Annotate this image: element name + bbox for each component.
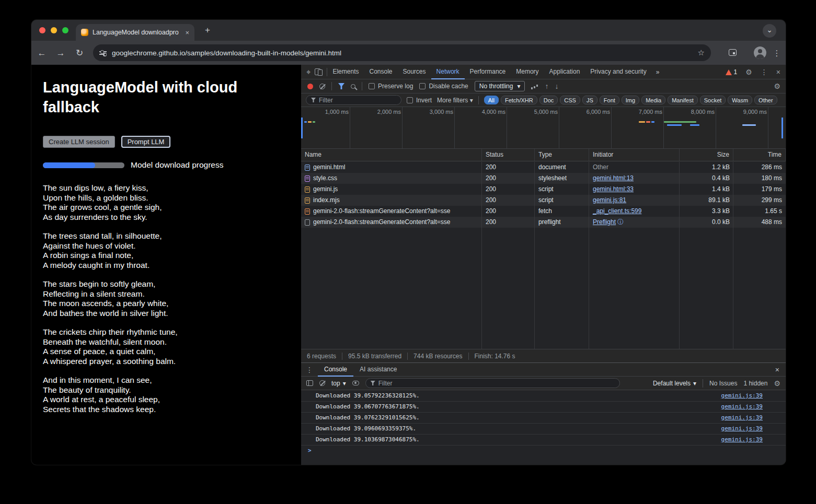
table-row[interactable]: gemini.js 200 script gemini.html:33 1.4 …	[301, 184, 786, 195]
invert-checkbox[interactable]: Invert	[407, 97, 432, 104]
browser-tab[interactable]: LanguageModel downloadpro ×	[76, 24, 194, 41]
device-toolbar-icon[interactable]	[315, 68, 320, 75]
more-tabs-button[interactable]: »	[652, 68, 664, 76]
console-context-select[interactable]: top ▾	[331, 380, 346, 387]
checkbox-icon[interactable]	[419, 83, 426, 89]
inspect-element-icon[interactable]: ⌖	[306, 67, 311, 77]
checkbox-icon[interactable]	[369, 83, 375, 89]
log-levels-select[interactable]: Default levels ▾	[653, 380, 696, 387]
prompt-llm-button[interactable]: Prompt LLM	[121, 136, 171, 148]
browser-menu-icon[interactable]: ⋮	[771, 47, 783, 60]
filter-chip-doc[interactable]: Doc	[539, 96, 558, 104]
live-expression-icon[interactable]	[352, 381, 359, 385]
drawer-menu-icon[interactable]: ⋮	[301, 366, 318, 374]
issues-badge[interactable]: 1	[726, 68, 738, 76]
preserve-log-checkbox[interactable]: Preserve log	[369, 83, 413, 90]
devtools-close-icon[interactable]: ×	[776, 68, 780, 76]
new-tab-button[interactable]: +	[202, 25, 213, 36]
filter-chip-other[interactable]: Other	[754, 96, 777, 104]
filter-icon[interactable]	[338, 83, 344, 89]
initiator-link[interactable]: gemini.js:81	[593, 196, 626, 204]
overview-left-handle[interactable]	[301, 118, 303, 138]
network-overview-timeline[interactable]: 1,000 ms 2,000 ms 3,000 ms 4,000 ms 5,00…	[301, 107, 786, 149]
console-settings-icon[interactable]: ⚙	[774, 379, 780, 388]
forward-button[interactable]: →	[54, 47, 67, 60]
console-source-link[interactable]: gemini.js:39	[721, 413, 763, 423]
table-row[interactable]: gemini-2.0-flash:streamGenerateContent?a…	[301, 206, 786, 217]
site-info-icon[interactable]	[99, 50, 107, 56]
filter-chip-fetch-xhr[interactable]: Fetch/XHR	[501, 96, 537, 104]
drawer-close-icon[interactable]: ×	[775, 366, 779, 374]
tab-elements[interactable]: Elements	[327, 65, 364, 79]
initiator-link[interactable]: Preflight	[593, 218, 616, 226]
network-filter-input[interactable]: Filter	[306, 95, 401, 105]
tab-sources[interactable]: Sources	[398, 65, 431, 79]
filter-chip-all[interactable]: All	[484, 96, 499, 104]
filter-chip-font[interactable]: Font	[600, 96, 619, 104]
tab-close-icon[interactable]: ×	[185, 29, 189, 37]
network-table-header[interactable]: Name Status Type Initiator Size Time	[301, 149, 786, 161]
hidden-messages-count[interactable]: 1 hidden	[743, 380, 767, 387]
tab-memory[interactable]: Memory	[511, 65, 544, 79]
create-llm-session-button[interactable]: Create LLM session	[43, 136, 115, 148]
console-source-link[interactable]: gemini.js:39	[721, 435, 763, 445]
devtools-menu-icon[interactable]: ⋮	[761, 68, 768, 76]
close-window-button[interactable]	[39, 27, 45, 33]
checkbox-icon[interactable]	[407, 97, 413, 103]
tab-performance[interactable]: Performance	[465, 65, 511, 79]
overview-right-handle[interactable]	[781, 118, 783, 138]
table-row[interactable]: gemini-2.0-flash:streamGenerateContent?a…	[301, 217, 786, 228]
address-bar[interactable]: googlechrome.github.io/samples/downloadi…	[93, 44, 711, 61]
devtools-settings-icon[interactable]: ⚙	[745, 68, 752, 76]
initiator-link[interactable]: gemini.html:13	[593, 174, 634, 182]
info-icon[interactable]: ⓘ	[617, 218, 624, 226]
tab-network[interactable]: Network	[431, 65, 465, 79]
filter-chip-js[interactable]: JS	[582, 96, 597, 104]
console-source-link[interactable]: gemini.js:39	[721, 391, 763, 401]
extensions-icon[interactable]	[729, 49, 737, 56]
zoom-window-button[interactable]	[62, 27, 68, 33]
filter-chip-css[interactable]: CSS	[560, 96, 580, 104]
console-source-link[interactable]: gemini.js:39	[721, 402, 763, 412]
issues-status[interactable]: No Issues	[709, 380, 737, 387]
table-row[interactable]: gemini.html 200 document Other 1.2 kB 28…	[301, 162, 786, 173]
console-filter-input[interactable]: Filter	[365, 378, 620, 388]
console-sidebar-icon[interactable]	[306, 380, 313, 386]
filter-chip-img[interactable]: Img	[622, 96, 639, 104]
tab-application[interactable]: Application	[544, 65, 585, 79]
import-har-icon[interactable]: ↑	[545, 82, 548, 90]
more-filters-dropdown[interactable]: More filters ▾	[437, 97, 473, 104]
profile-avatar[interactable]	[754, 46, 766, 59]
drawer-tab-ai-assistance[interactable]: AI assistance	[353, 363, 403, 377]
table-row[interactable]: index.mjs 200 script gemini.js:81 89.1 k…	[301, 195, 786, 206]
column-type: Type	[535, 149, 589, 161]
export-har-icon[interactable]: ↓	[555, 82, 558, 90]
back-button[interactable]: ←	[36, 47, 48, 60]
filter-chip-manifest[interactable]: Manifest	[668, 96, 698, 104]
bookmark-star-icon[interactable]: ☆	[698, 48, 705, 57]
tab-console[interactable]: Console	[364, 65, 397, 79]
divider	[703, 379, 703, 388]
initiator-link[interactable]: gemini.html:33	[593, 185, 634, 193]
filter-chip-socket[interactable]: Socket	[700, 96, 726, 104]
filter-chip-media[interactable]: Media	[641, 96, 665, 104]
network-settings-icon[interactable]: ⚙	[774, 82, 780, 90]
drawer-tab-console[interactable]: Console	[318, 363, 353, 377]
disable-cache-checkbox[interactable]: Disable cache	[419, 83, 468, 90]
record-network-log-icon[interactable]	[307, 84, 313, 89]
clear-console-icon[interactable]	[319, 380, 325, 386]
filter-chip-wasm[interactable]: Wasm	[728, 96, 752, 104]
search-icon[interactable]	[351, 84, 355, 89]
initiator-link[interactable]: _api_client.ts:599	[593, 207, 641, 215]
reload-button[interactable]: ↻	[73, 47, 86, 60]
clear-network-log-icon[interactable]	[319, 84, 325, 89]
network-conditions-icon[interactable]	[531, 84, 538, 89]
minimize-window-button[interactable]	[51, 27, 57, 33]
tab-overflow-button[interactable]: ⌄	[763, 24, 776, 38]
throttling-select[interactable]: No throttling ▾	[475, 81, 525, 91]
table-row[interactable]: style.css 200 stylesheet gemini.html:13 …	[301, 173, 786, 184]
console-prompt[interactable]: >	[301, 446, 786, 456]
tab-privacy-security[interactable]: Privacy and security	[585, 65, 651, 79]
console-source-link[interactable]: gemini.js:39	[721, 424, 763, 434]
url-text[interactable]: googlechrome.github.io/samples/downloadi…	[112, 49, 694, 57]
